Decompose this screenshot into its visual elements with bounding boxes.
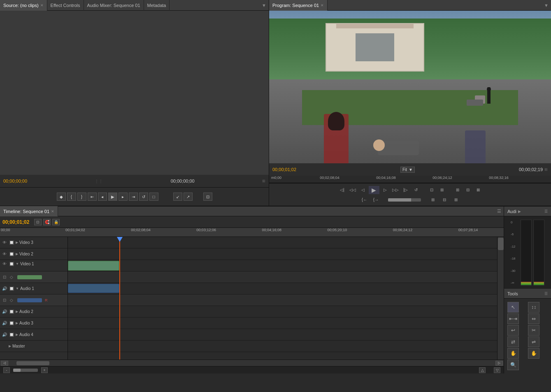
slip-tool-btn[interactable]: ⇄ bbox=[507, 336, 519, 347]
prog-step-back-1-btn[interactable]: ◁◁ bbox=[348, 186, 357, 194]
timeline-vertical-scrollbar[interactable] bbox=[497, 237, 504, 360]
track-content-area[interactable] bbox=[68, 237, 497, 360]
track-expand-a3[interactable]: ▶ bbox=[16, 321, 18, 325]
source-tab-close[interactable]: ✕ bbox=[40, 3, 44, 7]
prog-trim-btn[interactable]: ⊞ bbox=[437, 186, 446, 194]
source-insert-btn[interactable]: ↙ bbox=[173, 193, 182, 201]
track-expand-a1[interactable]: ▼ bbox=[16, 287, 19, 290]
left-panel-dropdown[interactable]: ▼ bbox=[259, 3, 269, 8]
source-mark-in-btn[interactable]: { bbox=[67, 193, 76, 201]
tl-zoom-out-btn[interactable]: - bbox=[3, 367, 10, 373]
prog-settings-3-btn[interactable]: ⊞ bbox=[451, 196, 460, 204]
audio-clip-1[interactable] bbox=[68, 284, 119, 293]
track-eye-icon-v2[interactable]: 👁 bbox=[2, 251, 7, 257]
tl-scroll-down-btn[interactable]: ▽ bbox=[494, 367, 500, 373]
track-lock-icon-a4[interactable]: 🔲 bbox=[9, 332, 14, 338]
razor-tool-btn[interactable]: ✂ bbox=[528, 325, 539, 336]
track-lock-icon-v1[interactable]: 🔲 bbox=[9, 261, 14, 267]
source-step-back-btn[interactable]: ◂ bbox=[98, 193, 107, 201]
tl-scroll-right-btn[interactable]: ▷ bbox=[495, 361, 503, 366]
tl-lock-btn[interactable]: 🔒 bbox=[52, 219, 60, 225]
tab-effect-controls[interactable]: Effect Controls bbox=[47, 0, 84, 11]
tl-scroll-left-btn[interactable]: ◁ bbox=[1, 361, 8, 366]
tab-timeline[interactable]: Timeline: Sequence 01 ✕ bbox=[0, 206, 58, 217]
tl-zoom-in-btn[interactable]: + bbox=[41, 367, 48, 373]
vscroll-thumb[interactable] bbox=[498, 238, 504, 250]
prog-to-in-btn[interactable]: ◁| bbox=[338, 186, 347, 194]
source-safe-margins-btn[interactable]: □ bbox=[149, 193, 158, 201]
program-timeline-ruler[interactable]: m0;00 00;02;08;04 00;04;16;08 00;06;24;1… bbox=[269, 176, 551, 183]
track-keyframe-icon[interactable]: ◇ bbox=[9, 274, 14, 280]
hand-tool-btn[interactable]: ✋ bbox=[528, 348, 539, 359]
rate-stretch-tool-btn[interactable]: ↩ bbox=[507, 325, 519, 336]
track-expand-v2[interactable]: ▶ bbox=[16, 252, 18, 256]
tl-zoom-slider[interactable] bbox=[13, 369, 38, 372]
tab-source[interactable]: Source: (no clips) ✕ bbox=[0, 0, 47, 11]
tab-audio-mixer[interactable]: Audio Mixer: Sequence 01 bbox=[84, 0, 144, 11]
track-select-tool-btn[interactable]: ↕↕ bbox=[528, 302, 539, 313]
tools-menu[interactable]: ☰ bbox=[544, 292, 548, 296]
track-lock-icon-a1[interactable]: 🔲 bbox=[9, 286, 14, 292]
tl-render-btn[interactable]: ⊡ bbox=[34, 219, 42, 225]
track-eye-icon-v3[interactable]: 👁 bbox=[2, 240, 7, 246]
source-play-btn[interactable]: ▶ bbox=[108, 193, 117, 201]
prog-step-fwd-2-btn[interactable]: ▷▷ bbox=[391, 186, 400, 194]
program-timecode-current[interactable]: 00;00;01;02 bbox=[272, 167, 296, 172]
track-expand-master[interactable]: ▶ bbox=[9, 344, 11, 348]
prog-export-frame-btn[interactable]: ⊡ bbox=[427, 186, 436, 194]
program-tab-close[interactable]: ✕ bbox=[321, 3, 324, 7]
track-audio-keyframe-icon[interactable]: ⊡ bbox=[2, 297, 7, 303]
source-mark-out-btn[interactable]: } bbox=[77, 193, 86, 201]
video-clip-1[interactable] bbox=[68, 261, 119, 271]
track-lock-icon-v3[interactable]: 🔲 bbox=[9, 240, 14, 246]
pen-tool-btn[interactable]: ✋ bbox=[507, 348, 519, 359]
track-audio-vol-icon[interactable]: ◇ bbox=[9, 297, 14, 303]
track-lock-icon-a3[interactable]: 🔲 bbox=[9, 320, 14, 326]
ripple-edit-tool-btn[interactable]: ⇤⇥ bbox=[507, 313, 519, 324]
prog-step-fwd-btn[interactable]: ▷ bbox=[381, 186, 390, 194]
track-lock-icon-v2[interactable]: 🔲 bbox=[9, 251, 14, 257]
track-expand-v3[interactable]: ▶ bbox=[16, 241, 18, 244]
slide-tool-btn[interactable]: ⇌ bbox=[528, 336, 539, 347]
timeline-menu-icon[interactable]: ☰ bbox=[495, 209, 504, 214]
prog-extract-btn[interactable]: ⊠ bbox=[474, 186, 483, 194]
source-timecode-right[interactable]: 00;00;00;00 bbox=[171, 179, 195, 183]
source-timecode-left[interactable]: 00;00;00;00 bbox=[3, 179, 27, 183]
prog-settings-2-btn[interactable]: ⊟ bbox=[440, 196, 449, 204]
prog-loop-btn[interactable]: ↺ bbox=[412, 186, 421, 194]
timeline-horizontal-scrollbar[interactable]: ◁ ▷ bbox=[0, 360, 504, 366]
tab-metadata[interactable]: Metadata bbox=[144, 0, 170, 11]
track-sync-icon[interactable]: ⊡ bbox=[2, 274, 7, 280]
track-expand-v1[interactable]: ▼ bbox=[16, 262, 19, 266]
track-mute-icon-a1[interactable]: 🔊 bbox=[2, 286, 7, 292]
prog-play-stop-btn[interactable]: ▶ bbox=[369, 186, 379, 194]
tl-snap-btn[interactable]: 🧲 bbox=[43, 219, 51, 225]
tl-scroll-thumb[interactable] bbox=[16, 361, 49, 365]
program-timecode-total[interactable]: 00;00;02;19 bbox=[519, 167, 543, 172]
source-go-out-btn[interactable]: ⇥ bbox=[129, 193, 138, 201]
prog-to-out-btn[interactable]: |▷ bbox=[401, 186, 410, 194]
source-go-in-btn[interactable]: ⇤ bbox=[88, 193, 97, 201]
selection-tool-btn[interactable]: ↖ bbox=[507, 302, 519, 313]
source-add-marker-btn[interactable]: ◆ bbox=[57, 193, 66, 201]
timeline-tab-close[interactable]: ✕ bbox=[51, 209, 54, 213]
track-mute-icon-a3[interactable]: 🔊 bbox=[2, 320, 7, 326]
fit-dropdown[interactable]: Fit ▼ bbox=[400, 167, 415, 173]
source-overwrite-btn[interactable]: ↗ bbox=[184, 193, 193, 201]
prog-jkl-j-btn[interactable]: {← bbox=[360, 196, 369, 204]
prog-insert-btn[interactable]: ⊞ bbox=[453, 186, 462, 194]
track-mute-icon-a2[interactable]: 🔊 bbox=[2, 309, 7, 315]
track-lock-icon-a2[interactable]: 🔲 bbox=[9, 309, 14, 315]
prog-step-back-btn[interactable]: ◁ bbox=[358, 186, 367, 194]
tl-scroll-up-btn[interactable]: △ bbox=[479, 367, 486, 373]
source-export-btn[interactable]: ⊡ bbox=[203, 193, 212, 201]
prog-volume-slider[interactable] bbox=[388, 198, 421, 202]
track-eye-icon-v1[interactable]: 👁 bbox=[2, 261, 7, 267]
tab-program[interactable]: Program: Sequence 01 ✕ bbox=[269, 0, 328, 11]
timeline-ruler[interactable]: 00;00 00;01;04;02 00;02;08;04 00;03;12;0… bbox=[0, 228, 504, 237]
track-expand-a2[interactable]: ▶ bbox=[16, 310, 18, 313]
track-expand-a4[interactable]: ▶ bbox=[16, 333, 18, 336]
timeline-current-time[interactable]: 00;00;01;02 bbox=[2, 219, 29, 225]
prog-jkl-k-btn[interactable]: {→ bbox=[372, 196, 381, 204]
prog-settings-1-btn[interactable]: ⊞ bbox=[428, 196, 437, 204]
